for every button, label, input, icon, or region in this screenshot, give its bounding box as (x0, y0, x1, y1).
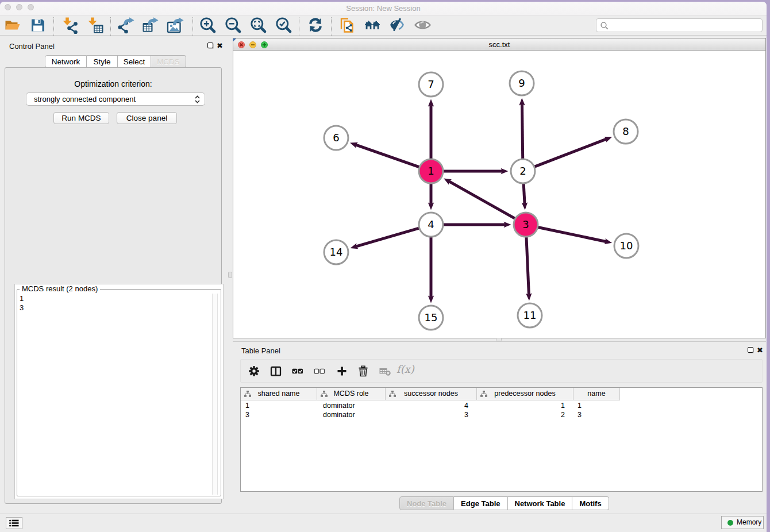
column-header-label: MCDS role (333, 390, 368, 398)
zoom-in-icon (199, 17, 217, 34)
table-cell: 4 (386, 401, 477, 410)
save-session-button[interactable] (29, 17, 47, 34)
column-header-label: predecessor nodes (494, 390, 555, 398)
memory-button[interactable]: Memory (721, 516, 764, 529)
search-box[interactable] (596, 18, 763, 32)
table-cell: dominator (317, 410, 386, 419)
cybrowser-home-button[interactable] (364, 17, 381, 34)
function-builder-button[interactable]: f(x) (396, 360, 416, 381)
open-session-icon (4, 17, 21, 34)
network-window-title: scc.txt (233, 40, 765, 49)
main-area: Control Panel ✖ NetworkStyleSelectMCDS O… (0, 36, 767, 514)
export-image-icon (167, 17, 184, 34)
edge-3-1[interactable] (449, 182, 517, 219)
search-icon (600, 21, 609, 30)
hide-panel-eye-button[interactable] (388, 17, 406, 34)
zoom-in-button[interactable] (199, 17, 217, 34)
column-header-name[interactable]: name (573, 388, 620, 400)
hide-panel-eye-icon (388, 17, 406, 34)
delete-table-button[interactable] (375, 360, 395, 381)
function-builder-icon: f(x) (396, 363, 414, 375)
run-mcds-button[interactable]: Run MCDS (53, 112, 109, 124)
column-header-label: name (587, 390, 605, 398)
mcds-result-groupbox[interactable]: MCDS result (2 nodes) 1 3 (14, 284, 224, 499)
table-tab-node-table[interactable]: Node Table (399, 496, 454, 510)
column-header-label: successor nodes (404, 390, 458, 398)
edge-3-10[interactable] (537, 227, 606, 242)
table-cell: 1 (477, 401, 573, 410)
split-columns-button[interactable] (266, 360, 286, 381)
edge-2-3[interactable] (523, 182, 525, 204)
table-panel: Table Panel ✖ f(x) shared nameMCDS roles… (233, 341, 766, 514)
edge-3-11[interactable] (526, 236, 529, 295)
mcds-result-scrollbar[interactable] (212, 294, 218, 495)
toolbar-separator (331, 17, 332, 36)
unselect-all-checks-button[interactable] (310, 360, 329, 381)
control-panel-float-button[interactable] (207, 43, 213, 48)
select-all-checks-icon (292, 365, 303, 377)
task-history-button[interactable] (6, 517, 22, 529)
table-tab-edge-table[interactable]: Edge Table (454, 496, 507, 510)
import-table-button[interactable] (87, 17, 104, 34)
network-window-titlebar[interactable]: scc.txt (233, 38, 765, 51)
edge-arrowhead (519, 98, 525, 105)
column-header-predecessor-nodes[interactable]: predecessor nodes (477, 388, 573, 400)
edge-4-14[interactable] (356, 228, 421, 246)
settings-gear-button[interactable] (244, 360, 264, 381)
column-header-shared-name[interactable]: shared name (241, 388, 317, 400)
network-graph: 7968124314101511 (233, 51, 765, 340)
select-all-checks-button[interactable] (288, 360, 307, 381)
toolbar-separator (110, 17, 111, 36)
zoom-out-button[interactable] (225, 17, 242, 34)
optimization-criterion-select[interactable]: strongly connected component (26, 92, 205, 106)
control-panel-close-button[interactable]: ✖ (217, 43, 223, 49)
zoom-selected-icon (275, 17, 292, 34)
zoom-fit-button[interactable] (250, 17, 267, 34)
apply-layout-button[interactable] (307, 17, 324, 34)
memory-label: Memory (737, 518, 761, 526)
column-header-successor-nodes[interactable]: successor nodes (386, 388, 477, 400)
delete-column-button[interactable] (353, 360, 373, 381)
table-panel-float-button[interactable] (748, 347, 753, 353)
table-tab-motifs[interactable]: Motifs (572, 496, 609, 510)
edge-2-9[interactable] (522, 104, 522, 160)
mcds-result-border (17, 289, 221, 496)
export-table-button[interactable] (141, 17, 159, 34)
delete-column-icon (357, 365, 369, 377)
add-column-button[interactable] (332, 360, 352, 381)
table-row[interactable]: 3dominator323 (241, 410, 620, 419)
edge-1-6[interactable] (356, 145, 421, 168)
table-header: shared nameMCDS rolesuccessor nodesprede… (241, 388, 620, 400)
control-tab-mcds[interactable]: MCDS (151, 55, 186, 68)
network-window: scc.txt 7968124314101511 (233, 38, 766, 338)
table-row[interactable]: 1dominator411 (241, 401, 620, 410)
horizontal-divider-grip[interactable] (496, 338, 502, 341)
clone-network-button[interactable] (339, 17, 356, 34)
search-input[interactable] (611, 20, 760, 31)
export-image-button[interactable] (167, 17, 184, 34)
main-toolbar (0, 16, 767, 36)
control-tab-network[interactable]: Network (45, 55, 87, 68)
edge-2-8[interactable] (533, 139, 606, 167)
node-table: shared nameMCDS rolesuccessor nodesprede… (240, 387, 763, 492)
window-title: Session: New Session (0, 4, 767, 13)
network-canvas[interactable]: 7968124314101511 (233, 51, 765, 338)
control-tab-style[interactable]: Style (87, 55, 118, 68)
import-network-button[interactable] (61, 17, 79, 34)
graph-node-label: 11 (523, 309, 537, 321)
vertical-divider-grip[interactable] (228, 272, 232, 278)
export-network-button[interactable] (117, 17, 134, 34)
show-eye-button[interactable] (414, 17, 432, 34)
table-tab-network-table[interactable]: Network Table (508, 496, 573, 510)
table-cell: 1 (241, 401, 317, 410)
table-panel-close-button[interactable]: ✖ (757, 348, 763, 353)
graph-node-label: 4 (428, 218, 434, 230)
zoom-selected-button[interactable] (275, 17, 292, 34)
close-panel-button[interactable]: Close panel (117, 112, 177, 124)
graph-node-label: 10 (620, 240, 633, 252)
column-header-label: shared name (258, 390, 300, 398)
open-session-button[interactable] (4, 17, 21, 34)
add-column-icon (336, 365, 348, 377)
control-tab-select[interactable]: Select (118, 55, 151, 68)
column-header-MCDS-role[interactable]: MCDS role (317, 388, 386, 400)
